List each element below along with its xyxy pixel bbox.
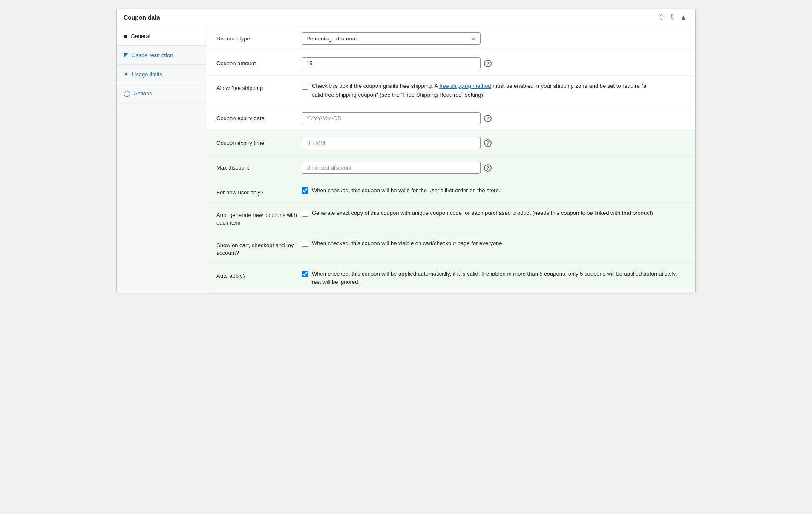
free-shipping-checkbox-row: Check this box if the coupon grants free… (302, 82, 653, 100)
discount-type-select[interactable]: Percentage discount Fixed cart discount … (302, 32, 481, 45)
show-on-cart-field: When checked, this coupon will be visibl… (302, 239, 685, 248)
for-new-user-field: When checked, this coupon will be valid … (302, 186, 685, 195)
free-shipping-description: Check this box if the coupon grants free… (312, 82, 653, 100)
sidebar-item-general-label: General (130, 33, 150, 39)
panel-title: Coupon data (124, 14, 160, 21)
collapse-down-button[interactable]: ⇩ (668, 13, 677, 22)
panel-header: Coupon data ⇧ ⇩ ▲ (117, 9, 695, 26)
sidebar-item-usage-limits-label: Usage limits (132, 71, 162, 78)
max-discount-label: Max discount (216, 162, 302, 172)
show-on-cart-label: Show on cart, checkout and my account? (216, 239, 302, 257)
max-discount-field: ? (302, 162, 685, 174)
show-on-cart-row: Show on cart, checkout and my account? W… (206, 233, 695, 263)
coupon-expiry-time-input[interactable] (302, 137, 481, 149)
free-shipping-checkbox[interactable] (302, 83, 308, 90)
coupon-expiry-time-row: Coupon expiry time ? (206, 131, 695, 156)
coupon-expiry-time-help-icon[interactable]: ? (484, 139, 492, 147)
max-discount-input[interactable] (302, 162, 481, 174)
sidebar: ■ General ◤ Usage restriction ✦ Usage li… (117, 26, 206, 293)
sidebar-item-usage-restriction-label: Usage restriction (132, 52, 173, 58)
sidebar-item-general[interactable]: ■ General (117, 26, 206, 46)
show-on-cart-description: When checked, this coupon will be visibl… (312, 239, 502, 248)
free-shipping-link[interactable]: free shipping method (439, 83, 491, 89)
auto-apply-field: When checked, this coupon will be applie… (302, 270, 685, 286)
sidebar-item-actions[interactable]: ◯ Actions (117, 84, 206, 103)
show-on-cart-checkbox-row: When checked, this coupon will be visibl… (302, 239, 502, 248)
discount-type-label: Discount type (216, 32, 302, 43)
auto-generate-label: Auto generate new coupons with each item (216, 209, 302, 227)
sidebar-item-usage-restriction[interactable]: ◤ Usage restriction (117, 46, 206, 65)
show-on-cart-checkbox[interactable] (302, 240, 308, 247)
coupon-expiry-time-field: ? (302, 137, 685, 149)
collapse-up-button[interactable]: ⇧ (657, 13, 666, 22)
auto-apply-checkbox-row: When checked, this coupon will be applie… (302, 270, 685, 286)
discount-type-field: Percentage discount Fixed cart discount … (302, 32, 685, 45)
max-discount-row: Max discount ? (206, 156, 695, 180)
auto-generate-checkbox-row: Generate exact copy of this coupon with … (302, 209, 653, 217)
usage-restriction-icon: ◤ (124, 52, 128, 58)
coupon-amount-input[interactable] (302, 57, 481, 69)
max-discount-help-icon[interactable]: ? (484, 164, 492, 172)
coupon-amount-row: Coupon amount ? (206, 51, 695, 76)
coupon-expiry-date-row: Coupon expiry date ? (206, 106, 695, 131)
sidebar-item-usage-limits[interactable]: ✦ Usage limits (117, 65, 206, 84)
for-new-user-checkbox-row: When checked, this coupon will be valid … (302, 186, 501, 195)
for-new-user-description: When checked, this coupon will be valid … (312, 186, 501, 195)
coupon-expiry-date-field: ? (302, 112, 685, 124)
main-content: Discount type Percentage discount Fixed … (206, 26, 695, 293)
for-new-user-checkbox[interactable] (302, 187, 308, 194)
auto-generate-description: Generate exact copy of this coupon with … (312, 209, 653, 217)
auto-generate-row: Auto generate new coupons with each item… (206, 203, 695, 233)
for-new-user-label: For new user only? (216, 186, 302, 196)
allow-free-shipping-label: Allow free shipping (216, 82, 302, 92)
general-icon: ■ (124, 32, 127, 39)
panel-body: ■ General ◤ Usage restriction ✦ Usage li… (117, 26, 695, 293)
coupon-panel: Coupon data ⇧ ⇩ ▲ ■ General ◤ Usage rest… (116, 9, 696, 293)
actions-icon: ◯ (124, 90, 130, 97)
coupon-expiry-date-input[interactable] (302, 112, 481, 124)
coupon-amount-help-icon[interactable]: ? (484, 60, 492, 67)
coupon-expiry-date-help-icon[interactable]: ? (484, 115, 492, 122)
expand-button[interactable]: ▲ (678, 13, 688, 22)
coupon-amount-label: Coupon amount (216, 57, 302, 67)
for-new-user-row: For new user only? When checked, this co… (206, 180, 695, 203)
auto-apply-description: When checked, this coupon will be applie… (312, 270, 685, 286)
header-actions: ⇧ ⇩ ▲ (657, 13, 688, 22)
auto-apply-checkbox[interactable] (302, 271, 308, 277)
usage-limits-icon: ✦ (124, 71, 129, 78)
coupon-amount-field: ? (302, 57, 685, 69)
auto-apply-label: Auto apply? (216, 270, 302, 280)
coupon-expiry-date-label: Coupon expiry date (216, 112, 302, 122)
discount-type-row: Discount type Percentage discount Fixed … (206, 26, 695, 51)
coupon-expiry-time-label: Coupon expiry time (216, 137, 302, 147)
auto-generate-field: Generate exact copy of this coupon with … (302, 209, 685, 217)
allow-free-shipping-field: Check this box if the coupon grants free… (302, 82, 685, 100)
allow-free-shipping-row: Allow free shipping Check this box if th… (206, 76, 695, 106)
auto-generate-checkbox[interactable] (302, 210, 308, 217)
sidebar-item-actions-label: Actions (134, 90, 152, 97)
free-shipping-text-before: Check this box if the coupon grants free… (312, 83, 439, 89)
auto-apply-row: Auto apply? When checked, this coupon wi… (206, 264, 695, 293)
